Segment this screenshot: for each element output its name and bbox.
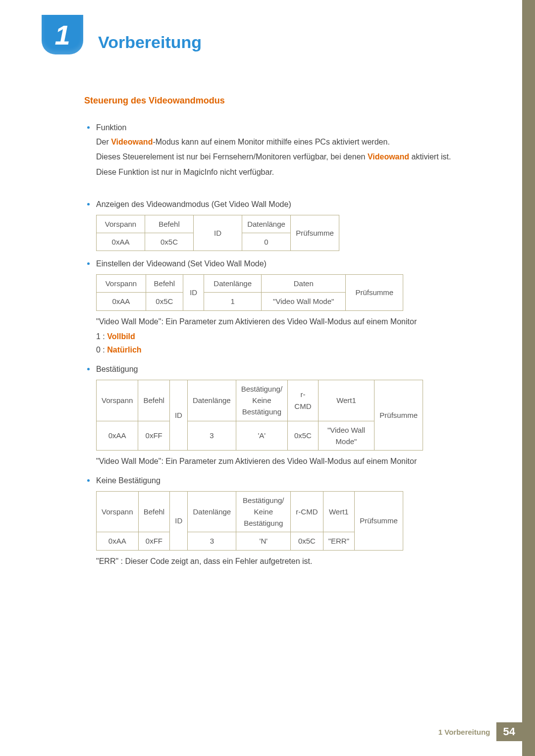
vollbild-term: Vollbild: [107, 332, 135, 341]
td: 1: [204, 293, 262, 310]
table-set-mode: Vorspann Befehl ID Datenlänge Daten Prüf…: [96, 274, 403, 311]
th-vorspann: Vorspann: [97, 275, 146, 293]
th-befehl: Befehl: [138, 380, 170, 421]
td: 0xFF: [138, 421, 170, 451]
text: Dieses Steuerelement ist nur bei Fernseh…: [96, 152, 368, 161]
text: 0 :: [96, 346, 107, 354]
chapter-header: 1 Vorbereitung: [0, 15, 535, 54]
chapter-number-tab: 1: [42, 15, 83, 54]
th-pruefsumme: Prüfsumme: [346, 275, 403, 311]
text: aktiviert ist.: [409, 152, 451, 161]
th-vorspann: Vorspann: [97, 215, 145, 233]
th-datenlaenge: Datenlänge: [204, 275, 262, 293]
th-bestaetigung: Bestätigung/ Keine Bestätigung: [236, 380, 287, 421]
bullet-keine-bestaetigung: Keine Bestätigung: [84, 475, 456, 487]
bullet-einstellen: Einstellen der Videowand (Set Video Wall…: [84, 258, 456, 270]
table-row: Vorspann Befehl ID Datenlänge Bestätigun…: [97, 380, 423, 421]
td: 'N': [236, 532, 291, 550]
th-pruefsumme: Prüfsumme: [374, 380, 423, 450]
th-pruefsumme: Prüfsumme: [355, 491, 403, 550]
table-nak: Vorspann Befehl ID Datenlänge Bestätigun…: [96, 491, 403, 551]
th-vorspann: Vorspann: [97, 380, 138, 421]
td: "Video Wall Mode": [318, 421, 374, 451]
th-datenlaenge: Datenlänge: [187, 380, 236, 421]
td: 0xAA: [97, 233, 145, 251]
table-ack: Vorspann Befehl ID Datenlänge Bestätigun…: [96, 380, 423, 451]
footer-title: 1 Vorbereitung: [438, 728, 490, 736]
th-id: ID: [183, 275, 204, 311]
natuerlich-term: Natürlich: [107, 346, 141, 354]
page-footer: 1 Vorbereitung 54: [438, 722, 535, 741]
td: 0x5C: [288, 421, 319, 451]
th-bestaetigung: Bestätigung/ Keine Bestätigung: [236, 491, 291, 532]
bullet-bestaetigung: Bestätigung: [84, 363, 456, 376]
para-6: "ERR" : Dieser Code zeigt an, dass ein F…: [84, 555, 456, 568]
th-befehl: Befehl: [145, 215, 194, 233]
bullet-anzeigen: Anzeigen des Videowandmodus (Get Video W…: [84, 199, 456, 211]
td: 0x5C: [145, 233, 194, 251]
para-5: "Video Wall Mode": Ein Parameter zum Akt…: [84, 455, 456, 468]
th-wert1: Wert1: [318, 380, 374, 421]
td: 0xAA: [97, 421, 138, 451]
td: 0xAA: [97, 293, 146, 310]
th-rcmd: r-CMD: [291, 491, 323, 532]
chapter-number: 1: [54, 19, 70, 51]
text: 1 :: [96, 332, 107, 341]
th-daten: Daten: [261, 275, 346, 293]
td: 0x5C: [291, 532, 323, 550]
page-number: 54: [496, 722, 522, 741]
th-id: ID: [169, 380, 187, 450]
th-datenlaenge: Datenlänge: [188, 491, 236, 532]
videowand-term: Videowand: [368, 152, 409, 161]
videowand-term: Videowand: [111, 138, 153, 146]
td: 3: [187, 421, 236, 451]
table-row: Vorspann Befehl ID Datenlänge Daten Prüf…: [97, 275, 403, 293]
th-id: ID: [170, 491, 188, 550]
text: -Modus kann auf einem Monitor mithilfe e…: [153, 138, 389, 146]
para-1: Der Videowand-Modus kann auf einem Monit…: [84, 136, 456, 149]
th-wert1: Wert1: [323, 491, 354, 532]
para-2: Dieses Steuerelement ist nur bei Fernseh…: [84, 151, 456, 163]
bullet-funktion: Funktion: [84, 122, 456, 134]
mode-0: 0 : Natürlich: [84, 344, 456, 356]
th-id: ID: [194, 215, 242, 251]
td: 0x5C: [146, 293, 183, 310]
mode-1: 1 : Vollbild: [84, 331, 456, 343]
td: 3: [188, 532, 236, 550]
th-befehl: Befehl: [138, 491, 170, 532]
table-get-mode: Vorspann Befehl ID Datenlänge Prüfsumme …: [96, 215, 339, 252]
para-4: "Video Wall Mode": Ein Parameter zum Akt…: [84, 316, 456, 328]
td: "ERR": [323, 532, 354, 550]
table-row: 0xAA 0xFF 3 'A' 0x5C "Video Wall Mode": [97, 421, 423, 451]
th-befehl: Befehl: [146, 275, 183, 293]
td: 0xFF: [138, 532, 170, 550]
th-rcmd: r-CMD: [288, 380, 319, 421]
para-3: Diese Funktion ist nur in MagicInfo nich…: [84, 166, 456, 179]
td: 'A': [236, 421, 287, 451]
td: 0xAA: [97, 532, 139, 550]
sidebar-strip: [522, 0, 535, 756]
th-vorspann: Vorspann: [97, 491, 139, 532]
th-datenlaenge: Datenlänge: [242, 215, 291, 233]
table-row: Vorspann Befehl ID Datenlänge Bestätigun…: [97, 491, 403, 532]
chapter-title: Vorbereitung: [98, 33, 202, 52]
td: "Video Wall Mode": [261, 293, 346, 310]
th-pruefsumme: Prüfsumme: [291, 215, 339, 251]
text: Der: [96, 138, 111, 146]
section-title: Steuerung des Videowandmodus: [84, 94, 456, 108]
page-content: Steuerung des Videowandmodus Funktion De…: [84, 94, 456, 571]
table-row: Vorspann Befehl ID Datenlänge Prüfsumme: [97, 215, 339, 233]
td: 0: [242, 233, 291, 251]
